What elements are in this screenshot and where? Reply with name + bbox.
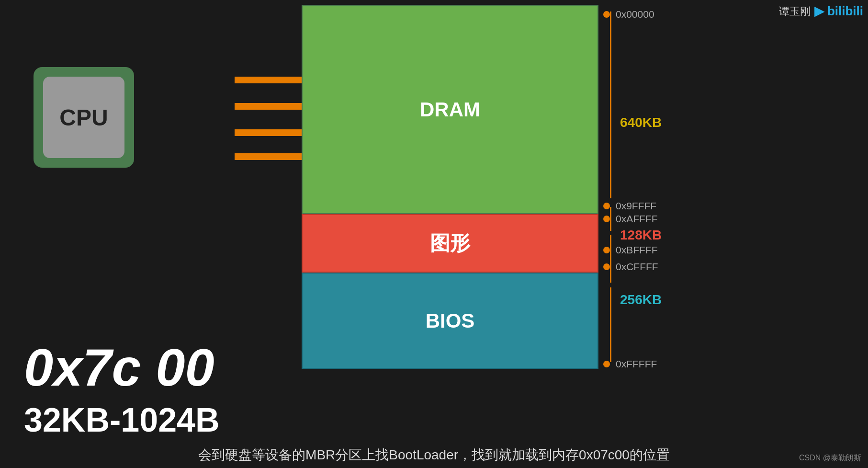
- scale-line-top: [610, 11, 611, 198]
- cpu-box: CPU: [34, 67, 134, 168]
- scale-128kb-text: 128KB: [620, 228, 662, 242]
- memory-graphics: 图形: [302, 214, 598, 273]
- bilibili-logo: ▶ bilibili: [814, 4, 863, 19]
- scale-size-256kb: 256KB: [620, 292, 662, 308]
- scale-dot-0xcffff: [603, 263, 610, 270]
- scale-size-128kb: 128KB: [620, 228, 662, 243]
- bottom-left-info: 0x7c 00 32KB-1024B: [24, 338, 220, 439]
- memory-dram: DRAM: [302, 5, 598, 214]
- dram-label: DRAM: [420, 98, 480, 121]
- scale-dot-0xfffff: [603, 361, 610, 367]
- scale-dot-0xbffff: [603, 247, 610, 253]
- scale-marker-0xfffff: 0xFFFFF: [603, 358, 657, 370]
- scale-marker-0xcffff: 0xCFFFF: [603, 261, 658, 273]
- cpu-inner: CPU: [43, 77, 124, 158]
- scale-marker-0x00000: 0x00000: [603, 9, 654, 20]
- scale-line-mid2: [610, 235, 611, 283]
- scale-size-640kb: 640KB: [620, 115, 662, 130]
- scale-label-0xbffff: 0xBFFFF: [616, 244, 658, 256]
- scale-dot-0xaffff: [603, 216, 610, 222]
- scale-label-0xaffff: 0xAFFFF: [616, 213, 658, 225]
- scale-line-bottom: [610, 287, 611, 362]
- scale-label-0x9ffff: 0x9FFFF: [616, 200, 656, 212]
- scale-label-0x00000: 0x00000: [616, 9, 654, 20]
- scale-640kb-text: 640KB: [620, 115, 662, 130]
- memory-bios: BIOS: [302, 273, 598, 369]
- scale-marker-0xaffff: 0xAFFFF: [603, 213, 658, 225]
- scale-dot-0x9ffff: [603, 203, 610, 209]
- author-name: 谭玉刚: [779, 4, 811, 19]
- scale-label-0xcffff: 0xCFFFF: [616, 261, 658, 273]
- csdn-watermark: CSDN @泰勒朗斯: [799, 453, 861, 463]
- scale-label-0xfffff: 0xFFFFF: [616, 358, 657, 370]
- bios-label: BIOS: [426, 309, 475, 332]
- right-address-scale: 0x00000 640KB 0x9FFFF 0xAFFFF 128KB 0xBF…: [603, 5, 699, 369]
- size-text: 32KB-1024B: [24, 401, 220, 439]
- bottom-description: 会到硬盘等设备的MBR分区上找BootLoader，找到就加载到内存0x07c0…: [0, 446, 868, 464]
- scale-marker-0xbffff: 0xBFFFF: [603, 244, 658, 256]
- watermark: 谭玉刚 ▶ bilibili: [779, 4, 863, 19]
- scale-256kb-text: 256KB: [620, 292, 662, 307]
- scale-dot-0x00000: [603, 11, 610, 18]
- hex-address: 0x7c 00: [24, 338, 220, 396]
- graphics-label: 图形: [430, 230, 470, 257]
- memory-map: DRAM 图形 BIOS: [302, 5, 598, 369]
- cpu-label: CPU: [59, 104, 108, 131]
- scale-marker-0x9ffff: 0x9FFFF: [603, 200, 656, 212]
